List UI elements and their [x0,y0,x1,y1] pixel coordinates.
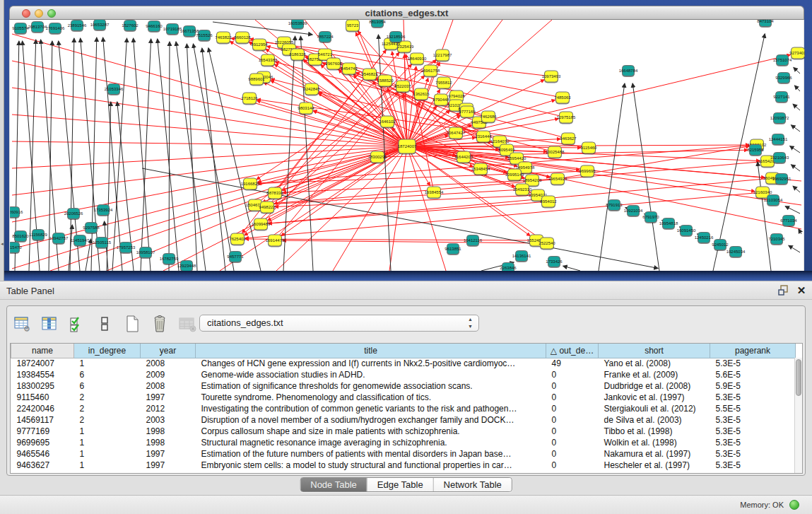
table-scrollbar[interactable] [794,358,802,474]
citation-edge-red[interactable] [389,146,407,271]
graph-node-label: 23891546 [68,23,87,28]
graph-node-label: 2967608 [325,62,342,66]
table-row[interactable]: 2242004622012Investigating the contribut… [11,403,796,414]
graph-node-label: 9227141 [773,95,790,99]
graph-node-label: 10647427 [447,131,466,135]
graph-node-label: 7515526 [196,33,213,37]
graph-node-label: 9466160 [146,24,163,28]
citation-edge-black[interactable] [91,37,97,271]
table-row[interactable]: 1872400712008Changes of HCN gene express… [11,358,796,369]
tab-node-table[interactable]: Node Table [300,478,367,491]
citation-edge-red[interactable] [12,141,407,146]
citation-edge-black[interactable] [790,146,800,153]
window-titlebar[interactable]: citations_edges.txt [9,6,804,20]
citation-edge-black[interactable] [563,266,580,271]
citation-edge-black[interactable] [599,83,625,271]
citation-edge-black[interactable] [142,168,658,268]
graph-node-label: 20206526 [64,211,83,216]
citation-edge-black[interactable] [169,42,170,271]
graph-node-label: 16782759 [160,257,179,261]
graph-node-label: 10995149 [505,173,524,177]
splitter-collapse-icon[interactable]: ◂ [0,240,4,247]
citation-edge-black[interactable] [785,206,800,214]
citation-edge-red[interactable] [283,240,547,243]
control-panel-splitter[interactable]: ◂ [0,0,4,281]
citation-edge-black[interactable] [793,186,800,192]
row-stack-icon[interactable] [95,315,114,333]
citation-edge-black[interactable] [176,42,206,271]
citation-edge-black[interactable] [791,125,800,132]
citation-edge-black[interactable] [794,86,800,91]
graph-node-label: 12160340 [753,190,772,194]
network-window: citations_edges.txt 18724007183002951938… [9,6,804,271]
citation-edge-black[interactable] [202,48,225,271]
table-selector-value: citations_edges.txt [207,317,283,328]
table-mode-icon[interactable]: ⚙ [13,315,31,333]
table-header-row: namein_degreeyeartitle△ out_de…shortpage… [11,344,796,358]
column-header-out_de[interactable]: △ out_de… [546,344,599,358]
table-row[interactable]: 1938455462009Genome-wide association stu… [11,369,796,380]
citation-edge-black[interactable] [158,39,179,271]
citation-edge-red[interactable] [163,146,407,271]
table-row[interactable]: 969969511998Structural magnetic resonanc… [11,437,796,448]
column-header-title[interactable]: title [196,344,546,358]
svg-text:⚙: ⚙ [23,325,30,332]
citation-edge-black[interactable] [86,239,91,271]
citation-edge-red[interactable] [407,146,446,271]
graph-node-label: 19218506 [387,35,406,39]
graph-node-label: 15492310 [513,187,532,192]
delete-column-icon[interactable] [151,315,169,333]
citation-edge-black[interactable] [794,67,800,74]
table-row[interactable]: 1456911722003Disruption of a novel membe… [11,414,796,426]
graph-node-label: 12923448 [177,264,196,268]
graph-node-label: 8791913 [606,203,623,207]
citation-edge-red[interactable] [220,146,407,271]
graph-node-label: 16099489 [252,222,271,226]
float-panel-icon[interactable] [778,285,789,296]
citation-edge-black[interactable] [789,245,800,252]
show-columns-icon[interactable] [40,315,59,333]
citation-edge-black[interactable] [70,38,74,271]
graph-node-label: 13942757 [49,236,69,240]
graph-node-label: 2316444 [475,134,492,139]
column-header-year[interactable]: year [141,344,196,358]
graph-node-label: 9273401 [789,51,805,55]
graph-node-label: 9803144 [298,106,314,110]
graph-node-label: 2718126 [241,96,258,100]
table-row[interactable]: 946554611997Estimation of the future num… [11,448,796,460]
table-row[interactable]: 946362711997Embryonic stem cells: a mode… [11,460,796,471]
graph-node-label: 9613851 [445,247,461,251]
graph-node-label: 9777169 [459,110,476,114]
tab-edge-table[interactable]: Edge Table [367,478,433,491]
graph-node-label: 7955812 [435,81,452,85]
graph-node-label: 1362615 [413,92,430,96]
table-scrollbar-thumb[interactable] [796,359,801,396]
graph-node-label: 95723 [347,23,359,28]
create-column-icon[interactable] [123,315,141,333]
citation-edge-black[interactable] [799,229,801,234]
column-header-in_degree[interactable]: in_degree [74,344,141,358]
table-row[interactable]: 911546021997Tourette syndrome. Phenomeno… [11,392,796,403]
graph-node-label: 10921034 [624,209,643,213]
graph-node-label: 16543382 [259,58,278,62]
tab-network-table[interactable]: Network Table [433,478,512,491]
table-selector[interactable]: citations_edges.txt ▲▼ [199,315,479,332]
citation-edge-black[interactable] [793,104,800,110]
delete-table-icon[interactable] [178,315,196,333]
column-header-short[interactable]: short [599,344,710,358]
close-panel-icon[interactable]: ✕ [796,284,807,297]
table-row[interactable]: 1830029562008Estimation of significance … [11,380,796,392]
table-row[interactable]: 977716911998Corpus callosum shape and si… [11,426,796,437]
select-all-icon[interactable] [68,315,86,333]
graph-node-label: 18640910 [408,57,427,61]
graph-node-label: 15348454 [471,167,490,171]
graph-node-label: 9790448 [433,98,449,102]
citation-edge-black[interactable] [791,165,800,171]
status-bar: Memory: OK [0,495,812,514]
graph-node-label: 8912954 [251,42,268,47]
column-header-pagerank[interactable]: pagerank [710,344,796,358]
citation-edge-black[interactable] [632,83,659,271]
graph-node-label: 12164070 [490,139,510,144]
network-canvas[interactable]: 1872400718300295193845541534845474638228… [9,20,804,271]
column-header-name[interactable]: name [11,344,74,358]
